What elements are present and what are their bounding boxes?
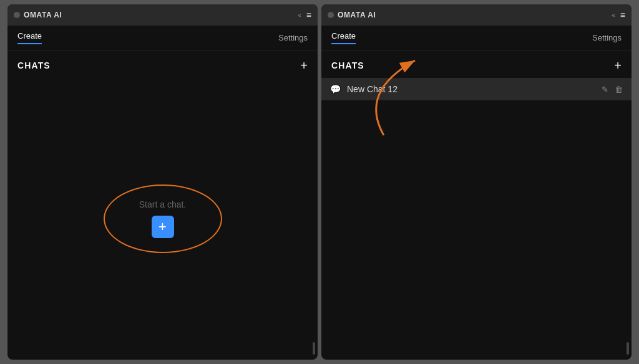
window-close-btn[interactable] xyxy=(14,12,20,18)
nav-bar-right: Create Settings xyxy=(321,26,632,50)
app-title-left: OMATA AI xyxy=(24,11,62,19)
chat-list: 💬 New Chat 12 ✎ 🗑 xyxy=(321,78,632,100)
nav-bar-left: Create Settings xyxy=(7,26,318,50)
title-bar-left: OMATA AI « ≡ xyxy=(7,4,318,26)
left-panel: OMATA AI « ≡ Create Settings CHATS + Sta… xyxy=(7,4,318,360)
start-chat-ellipse: Start a chat. + xyxy=(104,184,222,253)
chevron-icon-right: « xyxy=(612,12,615,19)
chat-item-actions: ✎ 🗑 xyxy=(602,85,623,94)
chat-bubble-icon: 💬 xyxy=(330,84,341,94)
chats-title-right: CHATS xyxy=(331,60,364,70)
main-content-right xyxy=(321,100,632,360)
chat-item-name: New Chat 12 xyxy=(347,84,398,94)
app-title-right: OMATA AI xyxy=(338,11,376,19)
chat-item[interactable]: 💬 New Chat 12 ✎ 🗑 xyxy=(321,78,632,100)
chats-title-left: CHATS xyxy=(17,60,51,70)
hamburger-icon-right[interactable]: ≡ xyxy=(620,10,625,20)
chat-item-left: 💬 New Chat 12 xyxy=(330,84,398,94)
settings-link-left[interactable]: Settings xyxy=(278,33,308,42)
chats-section-header-right: CHATS + xyxy=(321,50,632,78)
chats-section-header-left: CHATS + xyxy=(7,50,318,78)
main-content-left: Start a chat. + xyxy=(7,78,318,360)
scroll-thumb-right xyxy=(627,342,629,355)
title-bar-left-group: OMATA AI xyxy=(14,11,62,19)
title-bar-icons-right: « ≡ xyxy=(612,10,625,20)
title-bar-right-group: OMATA AI xyxy=(328,11,376,19)
hamburger-icon-left[interactable]: ≡ xyxy=(306,10,311,20)
title-bar-right: OMATA AI « ≡ xyxy=(321,4,632,26)
start-chat-area: Start a chat. + xyxy=(104,184,222,253)
tab-create-right[interactable]: Create xyxy=(331,31,356,44)
start-chat-plus-btn[interactable]: + xyxy=(152,216,174,238)
scroll-thumb-left xyxy=(313,342,315,355)
add-chat-btn-left[interactable]: + xyxy=(300,59,308,72)
title-bar-icons-left: « ≡ xyxy=(298,10,311,20)
delete-icon[interactable]: 🗑 xyxy=(615,85,623,94)
chevron-icon-left: « xyxy=(298,12,301,19)
tab-create-left[interactable]: Create xyxy=(17,31,42,44)
add-chat-btn-right[interactable]: + xyxy=(614,59,622,72)
right-panel: OMATA AI « ≡ Create Settings CHATS + 💬 N… xyxy=(321,4,632,360)
window-close-btn-right[interactable] xyxy=(328,12,334,18)
settings-link-right[interactable]: Settings xyxy=(592,33,622,42)
edit-icon[interactable]: ✎ xyxy=(602,85,608,94)
start-chat-text: Start a chat. xyxy=(139,199,186,209)
